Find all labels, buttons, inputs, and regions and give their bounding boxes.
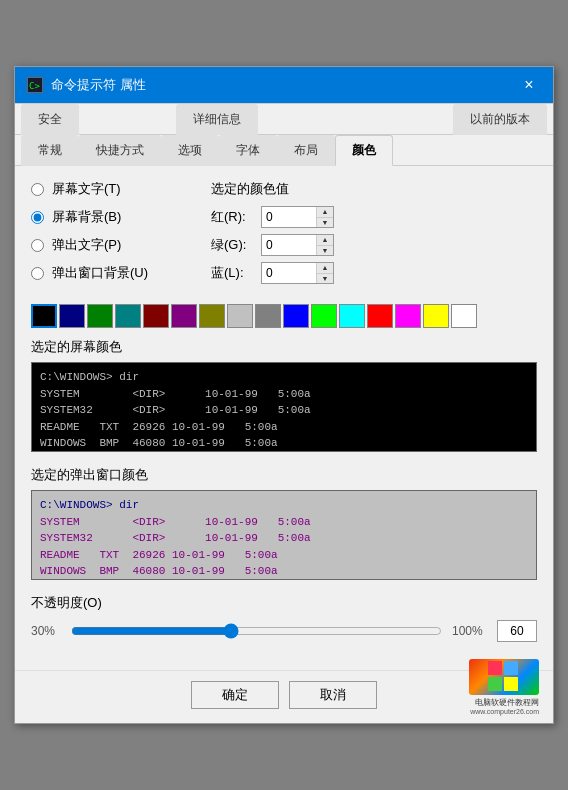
tab-previous-versions[interactable]: 以前的版本 <box>453 104 547 135</box>
tab-general[interactable]: 常规 <box>21 135 79 166</box>
dialog-window: C> 命令提示符 属性 × 安全 详细信息 以前的版本 常规 快捷方式 选项 字… <box>14 66 554 724</box>
blue-label: 蓝(L): <box>211 264 253 282</box>
green-label: 绿(G): <box>211 236 253 254</box>
popup-color-preview: C:\WINDOWS> dir SYSTEM <DIR> 10-01-99 5:… <box>31 490 537 580</box>
close-button[interactable]: × <box>517 75 541 95</box>
red-up-btn[interactable]: ▲ <box>317 207 333 217</box>
palette-swatch-7[interactable] <box>227 304 253 328</box>
tab-security[interactable]: 安全 <box>21 104 79 135</box>
palette-swatch-12[interactable] <box>367 304 393 328</box>
content-area: 屏幕文字(T) 屏幕背景(B) 弹出文字(P) 弹出窗口背景(U) 选定的颜色值 <box>15 166 553 670</box>
svg-rect-4 <box>488 677 502 691</box>
popup-line-3: README TXT 26926 10-01-99 5:00a <box>40 547 528 564</box>
screen-color-preview: C:\WINDOWS> dir SYSTEM <DIR> 10-01-99 5:… <box>31 362 537 452</box>
radio-popup-bg[interactable]: 弹出窗口背景(U) <box>31 264 191 282</box>
windows-logo <box>469 659 539 695</box>
green-spinner: ▲ ▼ <box>261 234 334 256</box>
screen-line-0: C:\WINDOWS> dir <box>40 369 528 386</box>
popup-color-label: 选定的弹出窗口颜色 <box>31 466 537 484</box>
palette-swatch-14[interactable] <box>423 304 449 328</box>
svg-text:C>: C> <box>29 81 40 91</box>
red-input[interactable] <box>262 207 316 227</box>
green-up-btn[interactable]: ▲ <box>317 235 333 245</box>
palette-swatch-0[interactable] <box>31 304 57 328</box>
red-down-btn[interactable]: ▼ <box>317 217 333 228</box>
tab-layout[interactable]: 布局 <box>277 135 335 166</box>
blue-up-btn[interactable]: ▲ <box>317 263 333 273</box>
popup-line-4: WINDOWS BMP 46080 10-01-99 5:00a <box>40 563 528 580</box>
title-text: 命令提示符 属性 <box>51 76 146 94</box>
watermark-site: www.computer26.com <box>470 708 539 715</box>
green-down-btn[interactable]: ▼ <box>317 245 333 256</box>
opacity-section: 不透明度(O) 30% 100% <box>31 594 537 642</box>
watermark: 电脑软硬件教程网 www.computer26.com <box>469 659 539 715</box>
screen-line-1: SYSTEM <DIR> 10-01-99 5:00a <box>40 386 528 403</box>
popup-line-2: SYSTEM32 <DIR> 10-01-99 5:00a <box>40 530 528 547</box>
watermark-name: 电脑软硬件教程网 <box>475 697 539 708</box>
green-input[interactable] <box>262 235 316 255</box>
screen-line-4: WINDOWS BMP 46080 10-01-99 5:00a <box>40 435 528 452</box>
popup-line-1: SYSTEM <DIR> 10-01-99 5:00a <box>40 514 528 531</box>
palette-swatch-13[interactable] <box>395 304 421 328</box>
blue-input[interactable] <box>262 263 316 283</box>
palette-swatch-10[interactable] <box>311 304 337 328</box>
palette-swatch-1[interactable] <box>59 304 85 328</box>
cancel-button[interactable]: 取消 <box>289 681 377 709</box>
palette-swatch-4[interactable] <box>143 304 169 328</box>
palette-swatch-5[interactable] <box>171 304 197 328</box>
radio-popup-text[interactable]: 弹出文字(P) <box>31 236 191 254</box>
palette-swatch-6[interactable] <box>199 304 225 328</box>
opacity-value-input[interactable] <box>497 620 537 642</box>
app-icon: C> <box>27 77 43 93</box>
palette-swatch-9[interactable] <box>283 304 309 328</box>
radio-screen-text[interactable]: 屏幕文字(T) <box>31 180 191 198</box>
svg-rect-5 <box>504 677 518 691</box>
opacity-row: 30% 100% <box>31 620 537 642</box>
red-spinner: ▲ ▼ <box>261 206 334 228</box>
opacity-max-label: 100% <box>452 624 487 638</box>
opacity-min-label: 30% <box>31 624 61 638</box>
blue-down-btn[interactable]: ▼ <box>317 273 333 284</box>
blue-spinner-btns: ▲ ▼ <box>316 263 333 283</box>
svg-rect-2 <box>488 661 502 675</box>
red-field-row: 红(R): ▲ ▼ <box>211 206 537 228</box>
screen-line-3: README TXT 26926 10-01-99 5:00a <box>40 419 528 436</box>
confirm-button[interactable]: 确定 <box>191 681 279 709</box>
tab-font[interactable]: 字体 <box>219 135 277 166</box>
color-palette <box>31 304 537 328</box>
palette-swatch-8[interactable] <box>255 304 281 328</box>
palette-swatch-15[interactable] <box>451 304 477 328</box>
opacity-label: 不透明度(O) <box>31 594 537 612</box>
palette-swatch-11[interactable] <box>339 304 365 328</box>
footer: 确定 取消 电脑软硬件教程网 www.computer26.com <box>15 670 553 723</box>
green-spinner-btns: ▲ ▼ <box>316 235 333 255</box>
color-values-title: 选定的颜色值 <box>211 180 537 198</box>
palette-swatch-3[interactable] <box>115 304 141 328</box>
tab-details[interactable]: 详细信息 <box>176 104 258 135</box>
blue-field-row: 蓝(L): ▲ ▼ <box>211 262 537 284</box>
color-values-section: 选定的颜色值 红(R): ▲ ▼ 绿(G): <box>211 180 537 290</box>
screen-line-2: SYSTEM32 <DIR> 10-01-99 5:00a <box>40 402 528 419</box>
green-field-row: 绿(G): ▲ ▼ <box>211 234 537 256</box>
tab-row-top: 安全 详细信息 以前的版本 <box>15 103 553 135</box>
opacity-slider[interactable] <box>71 623 442 639</box>
palette-swatch-2[interactable] <box>87 304 113 328</box>
title-bar-left: C> 命令提示符 属性 <box>27 76 146 94</box>
screen-color-label: 选定的屏幕颜色 <box>31 338 537 356</box>
radio-screen-bg[interactable]: 屏幕背景(B) <box>31 208 191 226</box>
svg-rect-3 <box>504 661 518 675</box>
radio-color-section: 屏幕文字(T) 屏幕背景(B) 弹出文字(P) 弹出窗口背景(U) 选定的颜色值 <box>31 180 537 290</box>
tab-options[interactable]: 选项 <box>161 135 219 166</box>
title-bar: C> 命令提示符 属性 × <box>15 67 553 103</box>
tab-shortcut[interactable]: 快捷方式 <box>79 135 161 166</box>
tab-row-bottom: 常规 快捷方式 选项 字体 布局 颜色 <box>15 135 553 166</box>
red-spinner-btns: ▲ ▼ <box>316 207 333 227</box>
blue-spinner: ▲ ▼ <box>261 262 334 284</box>
popup-line-0: C:\WINDOWS> dir <box>40 497 528 514</box>
radio-group: 屏幕文字(T) 屏幕背景(B) 弹出文字(P) 弹出窗口背景(U) <box>31 180 191 290</box>
tab-color[interactable]: 颜色 <box>335 135 393 166</box>
red-label: 红(R): <box>211 208 253 226</box>
